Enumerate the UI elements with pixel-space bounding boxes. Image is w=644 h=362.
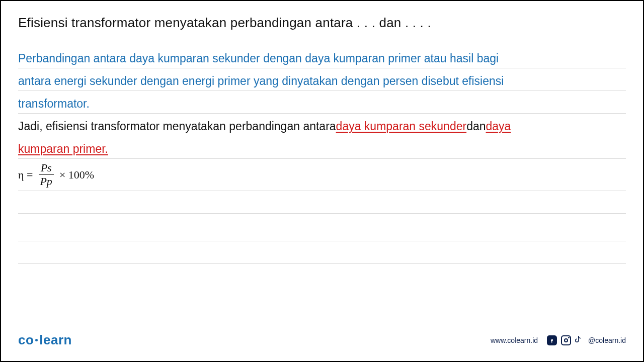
footer-handle: @colearn.id [588, 336, 626, 344]
formula-fraction: Ps Pp [38, 162, 54, 187]
explanation-text-2: antara energi sekunder dengan energi pri… [18, 74, 504, 88]
instagram-icon [561, 335, 571, 345]
answer-2b: kumparan primer. [18, 142, 108, 156]
formula-rhs: × 100% [59, 168, 94, 182]
footer: colearn www.colearn.id @colearn.id [18, 332, 626, 348]
empty-line-2 [18, 214, 626, 241]
conclusion-line-1: Jadi, efisiensi transformator menyatakan… [18, 114, 626, 136]
explanation-text-1: Perbandingan antara daya kumparan sekund… [18, 51, 499, 66]
empty-line-3 [18, 241, 626, 264]
brand-logo: colearn [18, 332, 72, 348]
brand-part1: co [18, 332, 34, 347]
formula-denominator: Pp [38, 175, 54, 187]
formula-numerator: Ps [39, 162, 54, 175]
formula-lhs: η = [18, 168, 33, 182]
conclusion-line-2: kumparan primer. [18, 136, 626, 159]
conclusion-pre: Jadi, efisiensi transformator menyatakan… [18, 119, 336, 134]
empty-line-1 [18, 191, 626, 214]
explanation-line-3: transformator. [18, 91, 626, 114]
explanation-text-3: transformator. [18, 97, 90, 111]
conclusion-mid: dan [466, 119, 486, 134]
answer-1: daya kumparan sekunder [336, 119, 467, 134]
explanation-line-2: antara energi sekunder dengan energi pri… [18, 68, 626, 91]
brand-dot-icon [35, 339, 38, 341]
efficiency-formula: η = Ps Pp × 100% [18, 160, 94, 187]
tiktok-icon [575, 335, 584, 345]
formula-line: η = Ps Pp × 100% [18, 159, 626, 191]
lined-area: Perbandingan antara daya kumparan sekund… [18, 46, 626, 264]
brand-part2: learn [39, 332, 72, 347]
question-text: Efisiensi transformator menyatakan perba… [18, 15, 626, 31]
document-frame: Efisiensi transformator menyatakan perba… [0, 0, 644, 362]
explanation-line-1: Perbandingan antara daya kumparan sekund… [18, 46, 626, 68]
facebook-icon [547, 335, 557, 345]
footer-url: www.colearn.id [491, 336, 538, 344]
footer-right: www.colearn.id @colearn.id [491, 335, 626, 345]
answer-2a: daya [486, 119, 511, 134]
social-icons: @colearn.id [547, 335, 626, 345]
